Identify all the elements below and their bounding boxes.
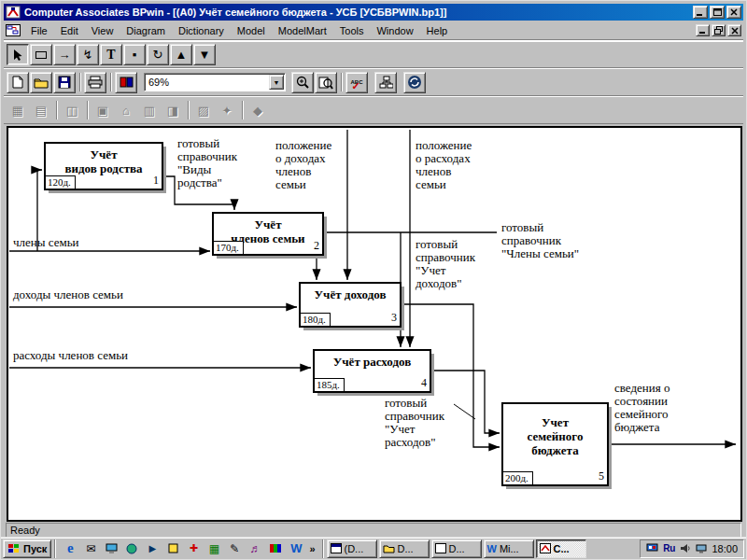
quicklaunch-word-icon[interactable]: W <box>287 539 305 557</box>
activity-box-1[interactable]: Учёт видов родства 120д. 1 <box>44 142 163 190</box>
menu-bar: File Edit View Diagram Dictionary Model … <box>4 21 743 40</box>
arrow-label-spravochnik-rashody[interactable]: готовый справочник "Учет расходов" <box>385 397 444 449</box>
report-button[interactable] <box>115 72 137 93</box>
zoom-in-button[interactable] <box>291 72 314 93</box>
quicklaunch-ie-icon[interactable]: e <box>61 539 79 557</box>
menu-file[interactable]: File <box>24 22 54 39</box>
quicklaunch-notes-icon[interactable] <box>163 539 182 557</box>
quicklaunch-mail-icon[interactable]: ✉ <box>81 539 100 557</box>
precedence-arrow-tool-button[interactable]: ↯ <box>77 44 99 65</box>
activity-box-5[interactable]: Учет семейного бюджета 200д. 5 <box>501 402 609 486</box>
task-button-3[interactable]: D... <box>431 539 482 558</box>
menu-view[interactable]: View <box>85 22 120 39</box>
sync-model-button[interactable] <box>403 72 426 93</box>
menu-tools[interactable]: Tools <box>333 22 371 39</box>
menu-window[interactable]: Window <box>370 22 419 39</box>
toolbar-separator <box>188 101 190 119</box>
toolbar-separator <box>341 73 343 91</box>
print-button[interactable] <box>84 72 106 93</box>
quicklaunch-sound-icon[interactable]: ♬ <box>246 539 264 557</box>
quicklaunch-paint-icon[interactable] <box>266 539 285 557</box>
quicklaunch-grid-icon[interactable]: ▦ <box>204 539 223 557</box>
arrow-label-vidy-rodstva[interactable]: готовый справочник "Виды родства" <box>177 137 237 189</box>
activity-box-tool-button[interactable] <box>30 44 52 65</box>
triangle-up-icon: ▲ <box>176 48 188 62</box>
document-task-icon <box>435 543 446 553</box>
volume-icon[interactable] <box>680 543 691 553</box>
menu-modelmart[interactable]: ModelMart <box>272 22 333 39</box>
arrow-label-svedeniya[interactable]: сведения о состоянии семейного бюджета <box>614 382 669 434</box>
menu-edit[interactable]: Edit <box>54 22 85 39</box>
report-icon <box>120 76 134 89</box>
arrow-label-chleny-semyi[interactable]: члены семьи <box>13 236 79 249</box>
window-close-button[interactable] <box>726 6 741 19</box>
diagram-window-icon[interactable] <box>6 24 21 36</box>
folder-task-icon <box>383 544 395 553</box>
mdi-minimize-button[interactable] <box>696 24 710 36</box>
quicklaunch-media-icon[interactable]: ▶ <box>143 539 162 557</box>
pointer-icon <box>11 49 24 62</box>
save-model-button[interactable] <box>53 72 76 93</box>
model-explorer-button[interactable] <box>374 72 397 93</box>
task-button-2[interactable]: D... <box>379 539 430 558</box>
quicklaunch-pencil-icon[interactable]: ✎ <box>225 539 244 557</box>
rotate-tool-button[interactable]: ↻ <box>147 44 169 65</box>
start-button[interactable]: Пуск <box>3 539 51 558</box>
quick-launch-overflow-chevron[interactable]: » <box>307 543 317 554</box>
activity-duration: 180д. <box>301 313 331 326</box>
arrow-label-spravochnik-chleny[interactable]: готовый справочник "Члены семьи" <box>501 221 579 260</box>
pointer-tool-button[interactable] <box>7 44 29 65</box>
display-tray-icon[interactable] <box>696 544 707 553</box>
zoom-combobox[interactable]: 69% ▼ <box>144 73 286 91</box>
menu-diagram[interactable]: Diagram <box>120 22 172 39</box>
window-minimize-button[interactable] <box>693 6 708 19</box>
task-button-4[interactable]: W Mi... <box>484 539 534 558</box>
language-indicator[interactable]: Ru <box>663 543 675 553</box>
quicklaunch-channels-icon[interactable] <box>122 539 141 557</box>
window-maximize-button[interactable] <box>710 6 725 19</box>
activity-box-3[interactable]: Учёт доходов 180д. 3 <box>299 282 402 328</box>
task-button-1[interactable]: (D... <box>327 539 377 558</box>
menu-help[interactable]: Help <box>420 22 455 39</box>
activity-number: 5 <box>599 469 604 483</box>
spell-check-icon: ABC✓ <box>351 79 363 85</box>
modelmart-tool-icon-8: ▨ <box>192 100 215 121</box>
drawing-toolbar: → ↯ T ▪ ↻ ▲ ▼ <box>4 41 743 68</box>
spell-check-button[interactable]: ABC✓ <box>345 72 368 93</box>
task-button-bpwin[interactable]: C... <box>536 539 586 558</box>
menu-model[interactable]: Model <box>231 22 272 39</box>
taskbar-clock[interactable]: 18:00 <box>712 543 738 554</box>
network-tray-icon[interactable] <box>646 543 658 553</box>
arrow-label-dohody[interactable]: доходы членов семьи <box>13 288 123 301</box>
menu-dictionary[interactable]: Dictionary <box>172 22 231 39</box>
arrow-label-polozhenie-dohody[interactable]: положение о доходах членов семьи <box>275 139 331 191</box>
quicklaunch-desktop-icon[interactable] <box>102 539 120 557</box>
start-label: Пуск <box>23 543 47 554</box>
toolbar-separator <box>56 101 58 119</box>
arrow-tool-button[interactable]: → <box>53 44 76 65</box>
arrow-label-polozhenie-rashody[interactable]: положение о расходах членов семьи <box>416 139 472 191</box>
go-down-diagram-button[interactable]: ▼ <box>193 44 216 65</box>
open-model-button[interactable] <box>30 72 52 93</box>
activity-title: Учёт видов родства <box>46 144 162 175</box>
arrow-label-spravochnik-dohody[interactable]: готовый справочник "Учет доходов" <box>416 238 475 290</box>
mdi-restore-button[interactable] <box>712 24 726 36</box>
arrow-label-rashody[interactable]: расходы членов семьи <box>13 349 128 362</box>
diagram-canvas[interactable]: Учёт видов родства 120д. 1 Учёт членов с… <box>7 126 742 522</box>
new-model-button[interactable] <box>7 72 29 93</box>
text-tool-button[interactable]: T <box>100 44 122 65</box>
rectangle-icon <box>35 51 47 59</box>
dot-tool-button[interactable]: ▪ <box>123 44 146 65</box>
toolbar-separator <box>242 101 244 119</box>
go-up-diagram-button[interactable]: ▲ <box>170 44 192 65</box>
modelmart-tool-icon-2: ▤ <box>30 100 52 121</box>
dropdown-arrow-icon[interactable]: ▼ <box>269 75 284 90</box>
activity-title: Учёт расходов <box>315 351 430 369</box>
quicklaunch-plus-icon[interactable]: ✚ <box>184 539 203 557</box>
activity-box-4[interactable]: Учёт расходов 185д. 4 <box>313 349 431 393</box>
activity-duration: 200д. <box>503 471 533 484</box>
mdi-close-button[interactable] <box>727 24 741 36</box>
activity-box-2[interactable]: Учёт членов семьи 170д. 2 <box>212 212 324 256</box>
hierarchy-icon <box>379 76 393 89</box>
zoom-page-button[interactable] <box>315 72 337 93</box>
